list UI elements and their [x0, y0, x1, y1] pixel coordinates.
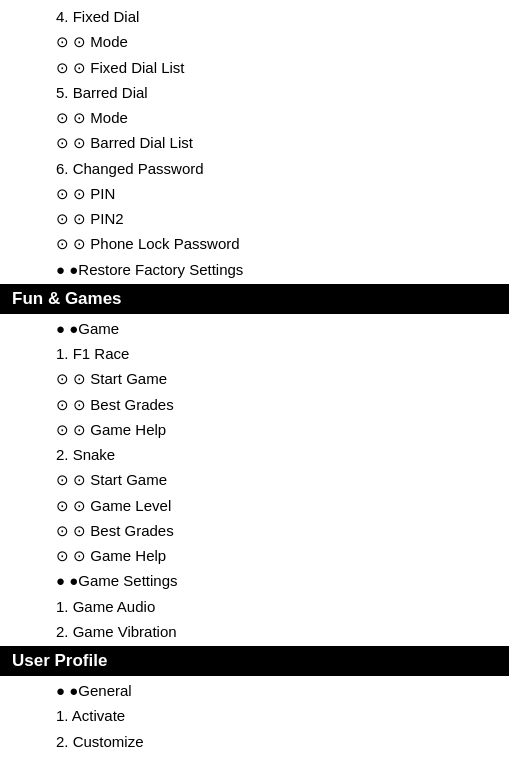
main-content: 4. Fixed Dial⊙ Mode⊙ Fixed Dial List5. B…	[0, 0, 509, 758]
list-item: ⊙ Tone Setup	[0, 754, 509, 758]
list-item: ⊙ Best Grades	[0, 392, 509, 417]
list-item: ●Game Settings	[0, 568, 509, 593]
list-item: 1. Game Audio	[0, 594, 509, 619]
list-item: 2. Game Vibration	[0, 619, 509, 644]
list-item: ⊙ Game Level	[0, 493, 509, 518]
list-item: ⊙ Game Help	[0, 543, 509, 568]
list-item: ⊙ Start Game	[0, 366, 509, 391]
list-item: ●Restore Factory Settings	[0, 257, 509, 282]
list-item: 2. Snake	[0, 442, 509, 467]
list-item: ⊙ PIN	[0, 181, 509, 206]
list-item: ⊙ Mode	[0, 29, 509, 54]
top-lines-section: 4. Fixed Dial⊙ Mode⊙ Fixed Dial List5. B…	[0, 4, 509, 282]
list-item: ⊙ Start Game	[0, 467, 509, 492]
section-header: Fun & Games	[0, 284, 509, 314]
list-item: ●General	[0, 678, 509, 703]
list-item: 4. Fixed Dial	[0, 4, 509, 29]
list-item: ⊙ Mode	[0, 105, 509, 130]
section-header: User Profile	[0, 646, 509, 676]
list-item: ⊙ Game Help	[0, 417, 509, 442]
list-item: 1. F1 Race	[0, 341, 509, 366]
list-item: ●Game	[0, 316, 509, 341]
list-item: ⊙ Barred Dial List	[0, 130, 509, 155]
list-item: 5. Barred Dial	[0, 80, 509, 105]
list-item: 6. Changed Password	[0, 156, 509, 181]
list-item: ⊙ Best Grades	[0, 518, 509, 543]
list-item: ⊙ PIN2	[0, 206, 509, 231]
sections-container: Fun & Games●Game1. F1 Race⊙ Start Game⊙ …	[0, 284, 509, 758]
list-item: 2. Customize	[0, 729, 509, 754]
list-item: 1. Activate	[0, 703, 509, 728]
list-item: ⊙ Phone Lock Password	[0, 231, 509, 256]
list-item: ⊙ Fixed Dial List	[0, 55, 509, 80]
